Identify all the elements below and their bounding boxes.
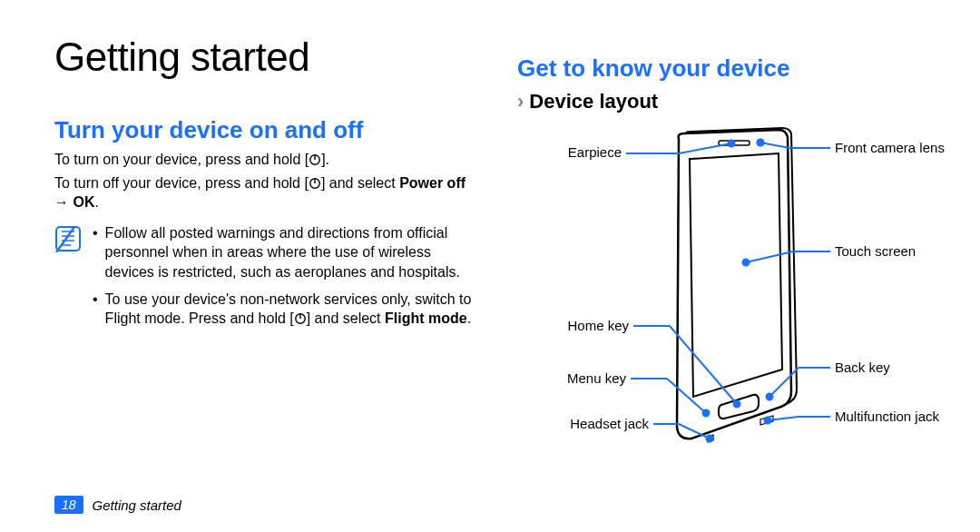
left-column: Getting started Turn your device on and … (54, 27, 481, 453)
svg-point-18 (703, 410, 710, 417)
chevron-right-icon: › (517, 90, 524, 113)
document-page: Getting started Turn your device on and … (0, 0, 980, 532)
label-earpiece: Earpiece (568, 144, 622, 160)
label-front-camera-lens: Front camera lens (835, 140, 945, 155)
bullet-item-2: • To use your device's non-network servi… (93, 290, 481, 329)
subsection-heading-device-layout: › Device layout (517, 90, 944, 113)
period2: . (467, 310, 471, 326)
svg-point-33 (765, 418, 771, 424)
label-multifunction-jack: Multifunction jack (835, 409, 939, 424)
two-column-layout: Getting started Turn your device on and … (54, 27, 944, 453)
svg-point-24 (758, 140, 764, 146)
svg-point-12 (729, 141, 735, 147)
turn-on-instruction: To turn on your device, press and hold [… (54, 150, 481, 170)
label-home-key: Home key (567, 318, 629, 333)
svg-point-30 (767, 394, 773, 400)
turn-off-text-post: ] and select (321, 175, 399, 191)
note-icon (54, 225, 82, 252)
turn-on-text-pre: To turn on your device, press and hold [ (54, 152, 309, 167)
phone-illustration (517, 126, 944, 453)
bullet-item-1: • Follow all posted warnings and directi… (93, 223, 481, 282)
page-number: 18 (54, 496, 83, 514)
section-heading-get-to-know: Get to know your device (517, 54, 944, 83)
label-headset-jack: Headset jack (570, 416, 649, 431)
note-block: • Follow all posted warnings and directi… (54, 223, 481, 336)
footer-section-title: Getting started (93, 498, 181, 513)
svg-point-21 (707, 436, 713, 442)
device-diagram: Earpiece Home key Menu key Headset jack … (517, 126, 944, 453)
period: . (94, 194, 98, 210)
page-footer: 18 Getting started (54, 496, 181, 514)
label-touch-screen: Touch screen (835, 243, 916, 259)
note-bullets: • Follow all posted warnings and directi… (93, 223, 481, 336)
power-icon (309, 153, 321, 166)
bullet-2-text: To use your device's non-network service… (105, 290, 481, 329)
label-back-key: Back key (835, 360, 890, 375)
right-column: Get to know your device › Device layout (517, 27, 944, 453)
svg-point-15 (734, 401, 740, 408)
page-title: Getting started (54, 34, 481, 80)
svg-point-27 (743, 260, 750, 266)
flight-mode-bold: Flight mode (385, 310, 467, 326)
section-heading-turn-on-off: Turn your device on and off (54, 116, 481, 144)
bullet-dot: • (93, 290, 98, 329)
bullet-2-post: ] and select (307, 310, 385, 326)
power-icon (309, 177, 321, 190)
label-menu-key: Menu key (567, 370, 626, 386)
turn-on-text-post: ]. (321, 152, 329, 167)
power-icon (294, 312, 307, 325)
svg-line-32 (768, 417, 799, 420)
device-layout-text: Device layout (529, 90, 658, 113)
bullet-dot: • (93, 223, 98, 282)
bullet-1-text: Follow all posted warnings and direction… (105, 223, 481, 282)
turn-off-instruction: To turn off your device, press and hold … (54, 173, 481, 212)
turn-off-text-pre: To turn off your device, press and hold … (54, 175, 309, 191)
